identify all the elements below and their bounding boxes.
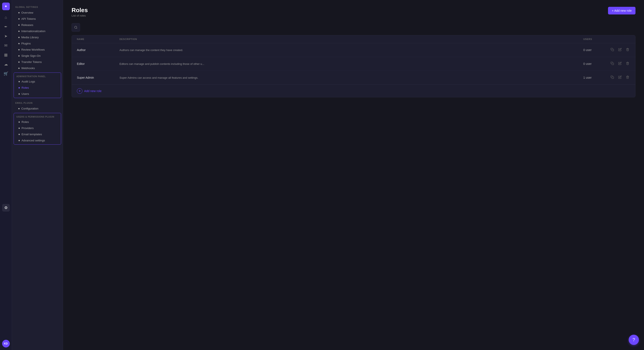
add-new-role-button[interactable]: + Add new role xyxy=(608,7,636,14)
email-plugin-title: EMAIL PLUGIN xyxy=(12,99,63,105)
col-description: DESCRIPTION xyxy=(120,38,583,40)
edit-role-button[interactable] xyxy=(618,61,622,67)
delete-role-button[interactable] xyxy=(625,61,630,67)
sidebar-item-webhooks[interactable]: Webhooks xyxy=(13,65,62,71)
sidebar-item-providers[interactable]: Providers xyxy=(14,125,60,131)
edit-role-button[interactable] xyxy=(618,75,622,81)
copy-role-button[interactable] xyxy=(610,61,615,67)
dot-icon xyxy=(18,128,20,129)
col-name: NAME xyxy=(77,38,120,40)
dot-icon xyxy=(18,55,20,57)
copy-icon xyxy=(610,48,614,51)
table-row: Author Authors can manage the content th… xyxy=(72,43,635,57)
sidebar-item-up-roles[interactable]: Roles xyxy=(14,119,60,125)
dot-icon xyxy=(18,49,20,50)
trash-icon xyxy=(626,62,629,65)
text-sidebar: GLOBAL SETTINGS Overview API Tokens Rele… xyxy=(12,0,63,350)
trash-icon xyxy=(626,75,629,79)
roles-table: NAME DESCRIPTION USERS Author Authors ca… xyxy=(72,35,636,97)
role-name: Super Admin xyxy=(77,76,120,79)
svg-point-0 xyxy=(74,26,77,28)
nav-icon-gear[interactable]: ⚙ xyxy=(2,204,10,212)
svg-rect-3 xyxy=(612,63,614,65)
sidebar-item-internationalization[interactable]: Internationalization xyxy=(13,28,62,34)
role-description: Super Admins can access and manage all f… xyxy=(120,76,583,79)
sidebar-item-review-workflows[interactable]: Review Workflows xyxy=(13,47,62,53)
dot-icon xyxy=(18,18,20,19)
administration-panel-group: ADMINISTRATION PANEL Audit Logs Roles Us… xyxy=(14,72,61,98)
sidebar-item-media-library[interactable]: Media Library xyxy=(13,34,62,40)
dot-icon xyxy=(18,87,20,88)
svg-rect-4 xyxy=(612,77,614,79)
dot-icon xyxy=(18,140,20,141)
page-header: Roles List of roles + Add new role xyxy=(72,7,636,17)
add-role-circle-icon: + xyxy=(77,88,82,94)
edit-icon xyxy=(618,75,622,79)
add-role-inline-label: Add new role xyxy=(84,89,102,93)
dot-icon xyxy=(18,108,20,109)
col-users: USERS xyxy=(583,38,609,40)
add-role-inline-button[interactable]: + Add new role xyxy=(72,85,635,97)
nav-icon-home[interactable]: ⌂ xyxy=(2,14,10,21)
role-name: Author xyxy=(77,48,120,52)
role-description: Authors can manage the content they have… xyxy=(120,48,583,52)
role-actions xyxy=(609,47,630,53)
edit-icon xyxy=(618,62,622,65)
sidebar-item-configuration[interactable]: Configuration xyxy=(13,105,62,112)
dot-icon xyxy=(18,68,20,69)
dot-icon xyxy=(18,61,20,63)
nav-icon-send[interactable]: ➤ xyxy=(2,32,10,40)
sidebar-item-email-templates[interactable]: Email templates xyxy=(14,131,60,137)
nav-icon-cart[interactable]: 🛒 xyxy=(2,70,10,77)
sidebar-item-overview[interactable]: Overview xyxy=(13,9,62,16)
page-title: Roles xyxy=(72,7,88,14)
copy-role-button[interactable] xyxy=(610,75,615,81)
nav-icon-feather[interactable]: ✒ xyxy=(2,23,10,31)
sidebar-item-users[interactable]: Users xyxy=(14,91,60,97)
main-content: Roles List of roles + Add new role NAME … xyxy=(63,0,644,350)
page-subtitle: List of roles xyxy=(72,14,88,17)
page-header-text: Roles List of roles xyxy=(72,7,88,17)
nav-icon-cloud[interactable]: ☁ xyxy=(2,60,10,68)
app-logo[interactable]: ✦ xyxy=(2,2,10,10)
search-button[interactable] xyxy=(72,23,80,32)
users-permissions-title: USERS & PERMISSIONS PLUGIN xyxy=(14,114,61,119)
sidebar-item-advanced-settings[interactable]: Advanced settings xyxy=(14,137,60,144)
sidebar-item-transfer-tokens[interactable]: Transfer Tokens xyxy=(13,59,62,65)
role-users: 1 user xyxy=(583,76,609,79)
dot-icon xyxy=(18,12,20,13)
sidebar-item-api-tokens[interactable]: API Tokens xyxy=(13,16,62,22)
delete-role-button[interactable] xyxy=(625,75,630,81)
sidebar-item-roles[interactable]: Roles xyxy=(14,85,60,91)
dot-icon xyxy=(18,24,20,26)
help-fab[interactable]: ? xyxy=(629,335,639,345)
role-name: Editor xyxy=(77,62,120,65)
role-users: 0 user xyxy=(583,48,609,52)
dot-icon xyxy=(18,43,20,44)
sidebar-item-audit-logs[interactable]: Audit Logs xyxy=(14,78,60,85)
role-description: Editors can manage and publish contents … xyxy=(120,62,583,65)
edit-icon xyxy=(618,48,622,51)
role-actions xyxy=(609,61,630,67)
trash-icon xyxy=(626,48,629,51)
copy-icon xyxy=(610,75,614,79)
svg-line-1 xyxy=(76,28,77,29)
user-avatar[interactable]: KD xyxy=(2,340,10,348)
users-permissions-plugin-group: USERS & PERMISSIONS PLUGIN Roles Provide… xyxy=(14,113,61,145)
dot-icon xyxy=(18,37,20,38)
icon-sidebar: ✦ ⌂ ✒ ➤ ✉ ▦ ☁ 🛒 ⚙ KD xyxy=(0,0,12,350)
search-icon xyxy=(74,26,78,29)
sidebar-item-single-sign-on[interactable]: Single Sign-On xyxy=(13,53,62,59)
dot-icon xyxy=(18,121,20,123)
nav-icon-table[interactable]: ▦ xyxy=(2,51,10,59)
sidebar-item-plugins[interactable]: Plugins xyxy=(13,40,62,47)
sidebar-item-releases[interactable]: Releases xyxy=(13,22,62,28)
svg-rect-2 xyxy=(612,49,614,51)
dot-icon xyxy=(18,134,20,135)
copy-role-button[interactable] xyxy=(610,47,615,53)
edit-role-button[interactable] xyxy=(618,47,622,53)
dot-icon xyxy=(18,93,20,95)
nav-icon-email[interactable]: ✉ xyxy=(2,42,10,49)
table-row: Editor Editors can manage and publish co… xyxy=(72,57,635,71)
delete-role-button[interactable] xyxy=(625,47,630,53)
